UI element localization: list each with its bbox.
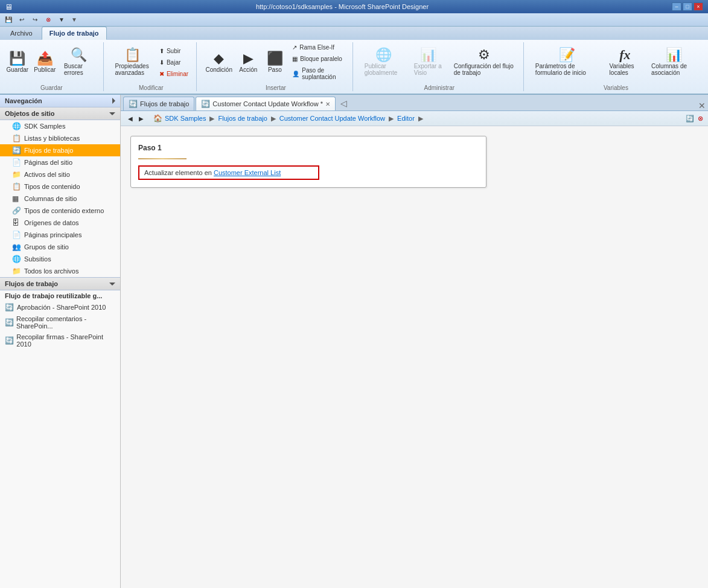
tab-close-icon[interactable]: ✕: [325, 101, 330, 107]
sidebar-item-todos-archivos[interactable]: 📁 Todos los archivos: [0, 265, 120, 277]
breadcrumb-refresh-icon[interactable]: 🔄: [686, 115, 694, 123]
breadcrumb-editor[interactable]: Editor: [397, 115, 415, 122]
bajar-button[interactable]: ⬇ Bajar: [156, 57, 191, 68]
sidebar-item-aprobacion[interactable]: 🔄 Aprobación - SharePoint 2010: [0, 301, 120, 313]
sdk-icon: 🌐: [12, 122, 22, 130]
modificar-small-group: ⬆ Subir ⬇ Bajar ✖ Eliminar: [156, 46, 191, 79]
rama-icon: ↗: [292, 44, 297, 51]
qa-save[interactable]: 💾: [2, 14, 14, 25]
tab-flujo[interactable]: Flujo de trabajo: [42, 27, 107, 40]
props-button[interactable]: 📋 Propiedades avanzadas: [111, 46, 154, 78]
tab-archivo[interactable]: Archivo: [2, 27, 40, 40]
breadcrumb-customer[interactable]: Customer Contact Update Workflow: [279, 115, 385, 122]
breadcrumb-sep-3: ▶: [389, 115, 394, 123]
sidebar-item-paginas-sitio[interactable]: 📄 Páginas del sitio: [0, 156, 120, 168]
guardar-group-label: Guardar: [5, 82, 98, 91]
quick-access-toolbar: 💾 ↩ ↪ ⊗ ▼ ▼: [0, 13, 708, 27]
step-title: Paso 1: [138, 144, 479, 152]
objects-collapse-icon: [109, 112, 115, 115]
sidebar-item-origenes[interactable]: 🗄 Orígenes de datos: [0, 217, 120, 229]
params-form-button[interactable]: 📝 Parámetros de formulario de inicio: [531, 46, 603, 78]
activos-icon: 📁: [12, 170, 22, 179]
insertar-small-group: ↗ Rama Else-If ▦ Bloque paralelo 👤 Paso …: [289, 42, 347, 82]
tab-add-button[interactable]: ◁: [337, 96, 351, 110]
sidebar-item-sdk[interactable]: 🌐 SDK Samples: [0, 120, 120, 132]
sidebar-item-subsitios[interactable]: 🌐 Subsitios: [0, 253, 120, 265]
sidebar-item-reutilizable[interactable]: Flujo de trabajo reutilizable g...: [0, 290, 120, 301]
app-icon: 🖥: [5, 2, 13, 11]
flujos-icon: 🔄: [12, 146, 22, 155]
bloque-button[interactable]: ▦ Bloque paralelo: [289, 54, 347, 64]
ribbon-group-insertar: ◆ Condición ▶ Acción ⬛ Paso ↗ Rama Else-…: [202, 42, 353, 91]
paginas-sitio-icon: 📄: [12, 158, 22, 167]
breadcrumb-flujos[interactable]: Flujos de trabajo: [218, 115, 267, 122]
columnas-asoc-button[interactable]: 📊 Columnas de asociación: [647, 46, 701, 78]
publicar-button[interactable]: 📤 Publicar: [33, 50, 57, 75]
buscar-errores-button[interactable]: 🔍 Buscar errores: [60, 46, 98, 78]
step-action-link[interactable]: Customer External List: [214, 169, 281, 176]
sidebar-item-flujos[interactable]: 🔄 Flujos de trabajo: [0, 144, 120, 156]
sidebar-item-recopilar-firmas[interactable]: 🔄 Recopilar firmas - SharePoint 2010: [0, 331, 120, 350]
sidebar-item-listas[interactable]: 📋 Listas y bibliotecas: [0, 132, 120, 144]
qa-more[interactable]: ▼: [56, 14, 68, 25]
workflows-section-header[interactable]: Flujos de trabajo: [0, 277, 120, 290]
breadcrumb-home-icon: 🏠: [153, 114, 162, 123]
ribbon-content: 💾 Guardar 📤 Publicar 🔍 Buscar errores Gu…: [0, 40, 708, 94]
content-area: 🔄 Flujos de trabajo 🔄 Customer Contact U…: [121, 95, 708, 588]
qa-undo[interactable]: ↩: [16, 14, 28, 25]
qa-stop[interactable]: ⊗: [42, 14, 54, 25]
modificar-group-label: Modificar: [111, 82, 192, 91]
sidebar: Navegación Objetos de sitio 🌐 SDK Sample…: [0, 95, 121, 588]
sidebar-item-grupos[interactable]: 👥 Grupos de sitio: [0, 241, 120, 253]
variables-locales-icon: fx: [619, 48, 630, 62]
breadcrumb-forward[interactable]: ▶: [136, 113, 146, 123]
exportar-visio-button[interactable]: 📊 Exportar a Visio: [410, 46, 447, 78]
sidebar-item-recopilar-comentarios[interactable]: 🔄 Recopilar comentarios - SharePoin...: [0, 313, 120, 331]
origenes-icon: 🗄: [12, 219, 22, 227]
guardar-buttons: 💾 Guardar 📤 Publicar 🔍 Buscar errores: [5, 42, 98, 82]
tab-area-close[interactable]: ✕: [698, 101, 706, 110]
sidebar-item-paginas-master[interactable]: 📄 Páginas principales: [0, 229, 120, 241]
config-flujo-button[interactable]: ⚙ Configuración del flujo de trabajo: [450, 46, 518, 78]
tab-flujos-trabajo[interactable]: 🔄 Flujos de trabajo: [123, 97, 194, 110]
condicion-button[interactable]: ◆ Condición: [204, 50, 234, 75]
eliminar-icon: ✖: [159, 71, 164, 77]
restore-button[interactable]: □: [683, 2, 692, 11]
ribbon-group-variables: 📝 Parámetros de formulario de inicio fx …: [529, 42, 706, 91]
breadcrumb-sdk[interactable]: SDK Samples: [165, 115, 206, 122]
tipos-externo-icon: 🔗: [12, 206, 22, 215]
objects-section-header[interactable]: Objetos de sitio: [0, 107, 120, 120]
tab-customer-contact[interactable]: 🔄 Customer Contact Update Workflow * ✕: [196, 97, 336, 110]
search-errors-icon: 🔍: [71, 48, 87, 62]
bloque-icon: ▦: [292, 56, 298, 62]
close-button[interactable]: ×: [694, 2, 703, 11]
variables-locales-button[interactable]: fx Variables locales: [605, 46, 645, 78]
subir-icon: ⬆: [159, 48, 164, 54]
publicar-global-button[interactable]: 🌐 Publicar globalmente: [360, 46, 407, 78]
minimize-button[interactable]: –: [672, 2, 681, 11]
paso-button[interactable]: ⬛ Paso: [263, 50, 287, 75]
sidebar-item-activos[interactable]: 📁 Activos del sitio: [0, 168, 120, 181]
sidebar-item-tipos-contenido[interactable]: 📋 Tipos de contenido: [0, 181, 120, 193]
subir-button[interactable]: ⬆ Subir: [156, 46, 191, 56]
recopilar-firmas-icon: 🔄: [5, 336, 14, 345]
todos-archivos-icon: 📁: [12, 267, 22, 275]
accion-button[interactable]: ▶ Acción: [236, 50, 260, 75]
props-icon: 📋: [124, 48, 141, 62]
breadcrumb-stop-icon[interactable]: ⊗: [698, 115, 703, 123]
rama-button[interactable]: ↗ Rama Else-If: [289, 42, 347, 53]
breadcrumb-back[interactable]: ◀: [126, 113, 135, 123]
aprobacion-icon: 🔄: [5, 303, 14, 312]
sidebar-item-tipos-externo[interactable]: 🔗 Tipos de contenido externo: [0, 205, 120, 217]
breadcrumb-nav: ◀ ▶: [126, 113, 146, 123]
nav-section-header[interactable]: Navegación: [0, 95, 120, 107]
ribbon-tabs: Archivo Flujo de trabajo: [0, 27, 708, 40]
qa-redo[interactable]: ↪: [29, 14, 41, 25]
guardar-button[interactable]: 💾 Guardar: [5, 50, 30, 75]
recopilar-comentarios-icon: 🔄: [5, 318, 14, 327]
eliminar-button[interactable]: ✖ Eliminar: [156, 69, 191, 79]
sidebar-item-columnas-sitio[interactable]: ▦ Columnas de sitio: [0, 193, 120, 205]
suplantacion-button[interactable]: 👤 Paso de suplantación: [289, 65, 347, 82]
params-form-icon: 📝: [559, 48, 575, 62]
ribbon: Archivo Flujo de trabajo 💾 Guardar 📤 Pub…: [0, 27, 708, 95]
